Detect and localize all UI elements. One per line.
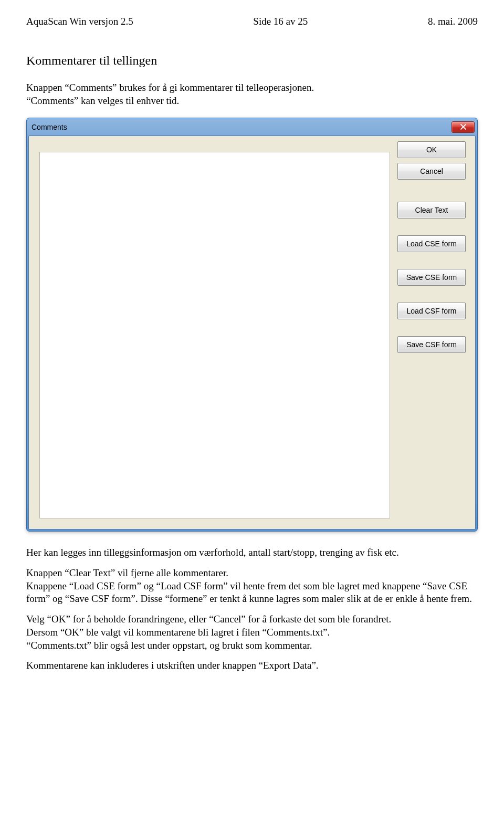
load-csf-form-button[interactable]: Load CSF form xyxy=(397,303,466,319)
comments-textarea[interactable] xyxy=(39,152,390,518)
save-cse-form-button[interactable]: Save CSE form xyxy=(397,269,466,286)
close-button[interactable] xyxy=(452,121,475,133)
dialog-client-area: OK Cancel Clear Text Load CSE form Save … xyxy=(28,136,476,529)
paragraph-after-3: Velg “OK” for å beholde forandringene, e… xyxy=(26,613,478,652)
ok-button[interactable]: OK xyxy=(397,141,466,158)
header-left: AquaScan Win versjon 2.5 xyxy=(26,16,133,27)
dialog-title: Comments xyxy=(32,123,452,131)
comments-dialog: Comments OK Cancel Clear Text Load CSE f… xyxy=(26,118,478,532)
paragraph-after-1: Her kan legges inn tilleggsinformasjon o… xyxy=(26,546,478,559)
header-center: Side 16 av 25 xyxy=(253,16,308,27)
paragraph-intro: Knappen “Comments” brukes for å gi komme… xyxy=(26,81,478,107)
page-header: AquaScan Win versjon 2.5 Side 16 av 25 8… xyxy=(26,16,478,27)
clear-text-button[interactable]: Clear Text xyxy=(397,202,466,219)
header-right: 8. mai. 2009 xyxy=(428,16,478,27)
load-cse-form-button[interactable]: Load CSE form xyxy=(397,235,466,252)
save-csf-form-button[interactable]: Save CSF form xyxy=(397,336,466,353)
cancel-button[interactable]: Cancel xyxy=(397,163,466,180)
section-title: Kommentarer til tellingen xyxy=(26,54,478,68)
paragraph-after-2: Knappen “Clear Text” vil fjerne alle kom… xyxy=(26,567,478,606)
dialog-button-column: OK Cancel Clear Text Load CSE form Save … xyxy=(397,141,470,524)
dialog-titlebar: Comments xyxy=(28,120,476,136)
close-icon xyxy=(460,123,466,131)
paragraph-after-4: Kommentarene kan inkluderes i utskriften… xyxy=(26,659,478,672)
